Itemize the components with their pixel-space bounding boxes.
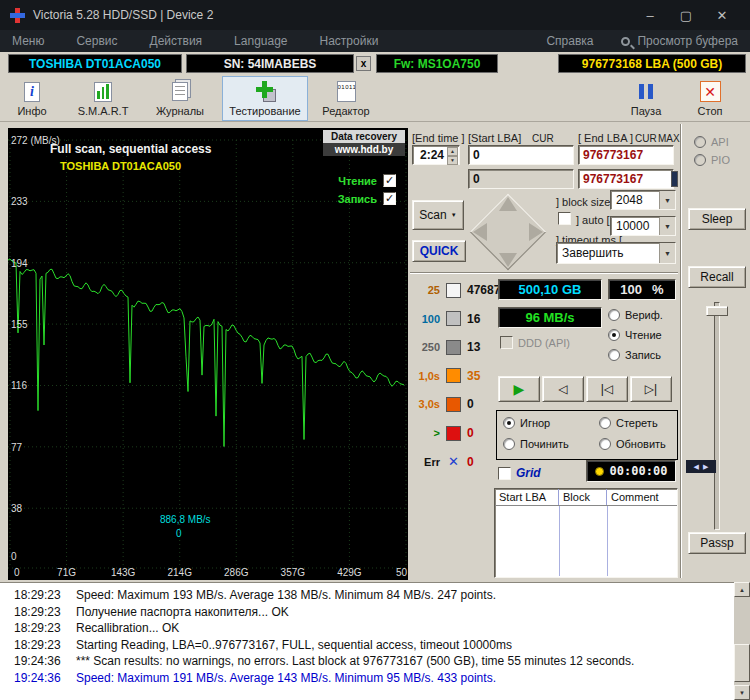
scroll-thumb[interactable]: [734, 644, 750, 682]
timer-value: 00:00:00: [610, 464, 668, 478]
test-label: Тестирование: [229, 105, 300, 117]
recall-button[interactable]: Recall: [688, 266, 746, 288]
grid-toggle[interactable]: Grid: [498, 466, 541, 480]
speed-slider-track[interactable]: [714, 302, 720, 530]
dpad-right-icon[interactable]: [529, 223, 543, 241]
mini-nav-control[interactable]: ◀ ▶: [686, 460, 716, 473]
window-title: Victoria 5.28 HDD/SSD | Device 2: [33, 8, 213, 22]
write-checkbox[interactable]: ✓: [383, 192, 396, 205]
timeout-dropdown-icon[interactable]: ▼: [659, 217, 675, 235]
speed-slider-thumb[interactable]: [706, 306, 728, 316]
sleep-button[interactable]: Sleep: [688, 208, 746, 230]
end-lba-max-button[interactable]: MAX: [658, 133, 680, 144]
legend-swatch: [446, 426, 461, 441]
logs-icon: [172, 82, 188, 101]
grid-checkbox[interactable]: [498, 467, 511, 480]
log-scrollbar[interactable]: ▲ ▼: [734, 582, 750, 700]
erase-radio[interactable]: Стереть: [599, 417, 658, 429]
dpad-left-icon[interactable]: [473, 223, 487, 241]
read-checkbox[interactable]: ✓: [383, 174, 396, 187]
panel-separator: [680, 124, 682, 578]
block-size-dropdown-icon[interactable]: ▼: [659, 191, 675, 209]
menu-item-service[interactable]: Сервис: [76, 34, 117, 48]
passport-button[interactable]: Passp: [688, 532, 746, 554]
verify-radio-dot: [608, 309, 620, 321]
finish-dropdown-icon[interactable]: ▼: [659, 243, 675, 263]
end-lba-cur-button[interactable]: CUR: [635, 133, 657, 144]
start-lba-cur-button[interactable]: CUR: [532, 133, 554, 144]
serial-close-button[interactable]: x: [356, 56, 371, 71]
step-back-button[interactable]: ◁: [542, 376, 584, 402]
close-button[interactable]: ✕: [704, 0, 740, 30]
direction-pad[interactable]: [466, 190, 550, 274]
buffer-view-button[interactable]: Просмотр буфера: [621, 34, 738, 48]
start-lba-input[interactable]: 0: [468, 145, 574, 165]
buffer-view-label: Просмотр буфера: [637, 34, 738, 48]
legend-label: 1,0s: [412, 370, 440, 382]
menu-item-help[interactable]: Справка: [546, 34, 593, 48]
end-time-spinner[interactable]: 2:24 ▲ ▼: [412, 145, 460, 165]
log-text: *** Scan results: no warnings, no errors…: [76, 654, 634, 668]
graph-title: Full scan, sequential access: [50, 142, 211, 156]
repair-radio[interactable]: Починить: [503, 438, 569, 450]
end-lba2-field[interactable]: 976773167: [578, 169, 674, 189]
menu-item-actions[interactable]: Действия: [150, 34, 203, 48]
legend-row: 25476878: [412, 282, 507, 298]
ddd-checkbox-row[interactable]: DDD (API): [500, 336, 570, 349]
write-toggle[interactable]: Запись ✓: [338, 192, 396, 205]
spinner-arrows[interactable]: ▲ ▼: [447, 147, 458, 163]
spin-down-icon[interactable]: ▼: [447, 156, 458, 165]
block-size-select[interactable]: 2048 ▼: [610, 190, 676, 210]
col-block: Block: [559, 489, 607, 505]
api-radio[interactable]: API: [694, 136, 729, 148]
minimize-button[interactable]: –: [632, 0, 668, 30]
quick-button[interactable]: QUICK: [412, 240, 466, 262]
mini-left-icon[interactable]: ◀: [694, 463, 699, 471]
mini-right-icon[interactable]: ▶: [703, 463, 708, 471]
api-radio-dot: [694, 136, 706, 148]
info-button[interactable]: i Инфо: [8, 76, 56, 121]
spin-up-icon[interactable]: ▲: [447, 147, 458, 156]
jump-end-button[interactable]: ▷|: [630, 376, 672, 402]
legend-value: 16: [467, 312, 480, 326]
pause-icon: [639, 84, 653, 99]
y-axis-label: 77: [11, 442, 22, 453]
pio-radio[interactable]: PIO: [694, 154, 730, 166]
device-serial-text: SN: 54IMABEBS: [224, 57, 317, 71]
end-lba-input[interactable]: 976773167: [578, 145, 674, 165]
graph-subtitle: TOSHIBA DT01ACA050: [60, 160, 181, 172]
auto-checkbox[interactable]: [558, 212, 571, 225]
finish-action-value: Завершить: [562, 246, 624, 260]
finish-action-select[interactable]: Завершить ▼: [556, 242, 676, 264]
ddd-checkbox[interactable]: [500, 336, 513, 349]
menu-item-menu[interactable]: Меню: [12, 34, 44, 48]
legend-swatch: [446, 368, 461, 383]
scan-menu-button[interactable]: Scan ▼: [412, 200, 464, 230]
legend-row: 3,0s0: [412, 396, 474, 412]
write-radio[interactable]: Запись: [608, 349, 661, 361]
menu-item-language[interactable]: Language: [234, 34, 287, 48]
title-bar: Victoria 5.28 HDD/SSD | Device 2 – ▢ ✕: [0, 0, 750, 30]
stop-button[interactable]: ✕ Стоп: [684, 76, 736, 121]
logs-button[interactable]: Журналы: [150, 76, 210, 121]
scroll-down-icon[interactable]: ▼: [734, 685, 750, 700]
dpad-up-icon[interactable]: [499, 197, 517, 211]
maximize-button[interactable]: ▢: [668, 0, 704, 30]
pause-button[interactable]: Пауза: [620, 76, 672, 121]
editor-button[interactable]: 010110 Редактор: [316, 76, 376, 121]
dpad-down-icon[interactable]: [499, 253, 517, 267]
jump-start-button[interactable]: |◁: [586, 376, 628, 402]
scroll-up-icon[interactable]: ▲: [734, 582, 750, 597]
smart-button[interactable]: S.M.A.R.T: [70, 76, 136, 121]
read-toggle[interactable]: Чтение ✓: [338, 174, 396, 187]
ignore-radio[interactable]: Игнор: [503, 417, 550, 429]
info-label: Инфо: [17, 105, 46, 117]
x-axis-label: 143G: [111, 567, 135, 578]
read-radio[interactable]: Чтение: [608, 329, 662, 341]
test-button[interactable]: Тестирование: [222, 76, 308, 121]
refresh-radio[interactable]: Обновить: [599, 438, 666, 450]
timeout-select[interactable]: 10000 ▼: [610, 216, 676, 236]
verify-radio[interactable]: Вериф.: [608, 309, 663, 321]
start-scan-button[interactable]: ▶: [498, 376, 540, 402]
menu-item-settings[interactable]: Настройки: [320, 34, 379, 48]
